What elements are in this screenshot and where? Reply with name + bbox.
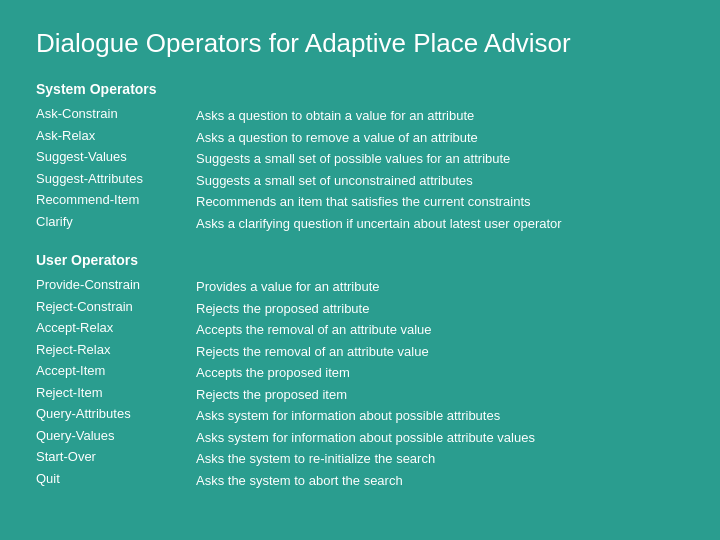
- operator-description: Asks a question to obtain a value for an…: [196, 105, 684, 127]
- operator-description: Suggests a small set of possible values …: [196, 148, 684, 170]
- operator-name: Reject-Relax: [36, 341, 196, 363]
- operator-name: Clarify: [36, 213, 196, 235]
- user-operators-section: User Operators Provide-Constrain Provide…: [36, 252, 684, 491]
- table-row: Start-Over Asks the system to re-initial…: [36, 448, 684, 470]
- operator-name: Accept-Item: [36, 362, 196, 384]
- system-operators-table: Ask-Constrain Asks a question to obtain …: [36, 105, 684, 234]
- table-row: Accept-Relax Accepts the removal of an a…: [36, 319, 684, 341]
- table-row: Query-Attributes Asks system for informa…: [36, 405, 684, 427]
- table-row: Recommend-Item Recommends an item that s…: [36, 191, 684, 213]
- table-row: Quit Asks the system to abort the search: [36, 470, 684, 492]
- table-row: Clarify Asks a clarifying question if un…: [36, 213, 684, 235]
- operator-name: Accept-Relax: [36, 319, 196, 341]
- operator-description: Rejects the removal of an attribute valu…: [196, 341, 684, 363]
- table-row: Suggest-Attributes Suggests a small set …: [36, 170, 684, 192]
- table-row: Ask-Relax Asks a question to remove a va…: [36, 127, 684, 149]
- page-title: Dialogue Operators for Adaptive Place Ad…: [36, 28, 684, 59]
- table-row: Reject-Relax Rejects the removal of an a…: [36, 341, 684, 363]
- operator-description: Asks a question to remove a value of an …: [196, 127, 684, 149]
- operator-name: Query-Attributes: [36, 405, 196, 427]
- table-row: Query-Values Asks system for information…: [36, 427, 684, 449]
- operator-description: Provides a value for an attribute: [196, 276, 684, 298]
- table-row: Ask-Constrain Asks a question to obtain …: [36, 105, 684, 127]
- system-operators-section: System Operators Ask-Constrain Asks a qu…: [36, 81, 684, 234]
- operator-name: Reject-Item: [36, 384, 196, 406]
- operator-name: Suggest-Values: [36, 148, 196, 170]
- operator-name: Recommend-Item: [36, 191, 196, 213]
- operator-description: Accepts the removal of an attribute valu…: [196, 319, 684, 341]
- operator-description: Accepts the proposed item: [196, 362, 684, 384]
- operator-description: Asks system for information about possib…: [196, 427, 684, 449]
- operator-name: Ask-Constrain: [36, 105, 196, 127]
- table-row: Provide-Constrain Provides a value for a…: [36, 276, 684, 298]
- table-row: Accept-Item Accepts the proposed item: [36, 362, 684, 384]
- operator-name: Quit: [36, 470, 196, 492]
- user-operators-table: Provide-Constrain Provides a value for a…: [36, 276, 684, 491]
- operator-description: Asks a clarifying question if uncertain …: [196, 213, 684, 235]
- operator-name: Suggest-Attributes: [36, 170, 196, 192]
- table-row: Reject-Item Rejects the proposed item: [36, 384, 684, 406]
- operator-name: Query-Values: [36, 427, 196, 449]
- operator-name: Start-Over: [36, 448, 196, 470]
- system-operators-header: System Operators: [36, 81, 684, 97]
- operator-description: Asks the system to re-initialize the sea…: [196, 448, 684, 470]
- operator-description: Rejects the proposed item: [196, 384, 684, 406]
- operator-description: Suggests a small set of unconstrained at…: [196, 170, 684, 192]
- operator-name: Ask-Relax: [36, 127, 196, 149]
- user-operators-header: User Operators: [36, 252, 684, 268]
- main-container: Dialogue Operators for Adaptive Place Ad…: [0, 0, 720, 529]
- operator-description: Asks the system to abort the search: [196, 470, 684, 492]
- operator-name: Provide-Constrain: [36, 276, 196, 298]
- table-row: Reject-Constrain Rejects the proposed at…: [36, 298, 684, 320]
- operator-name: Reject-Constrain: [36, 298, 196, 320]
- operator-description: Asks system for information about possib…: [196, 405, 684, 427]
- operator-description: Rejects the proposed attribute: [196, 298, 684, 320]
- table-row: Suggest-Values Suggests a small set of p…: [36, 148, 684, 170]
- operator-description: Recommends an item that satisfies the cu…: [196, 191, 684, 213]
